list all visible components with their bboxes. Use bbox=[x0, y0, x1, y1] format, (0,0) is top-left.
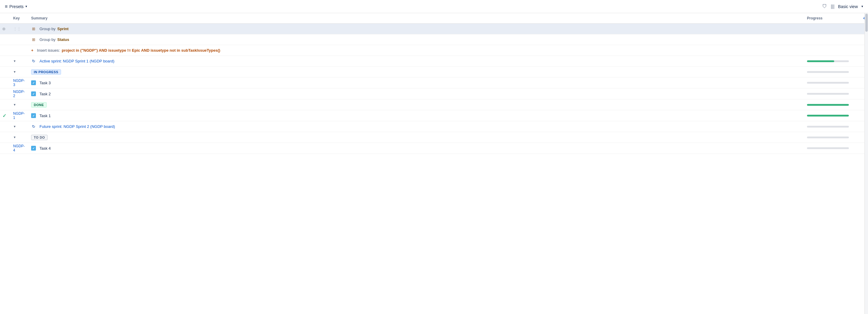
insert-issues-progress bbox=[807, 49, 861, 52]
task1-icon bbox=[31, 113, 36, 118]
task1-done-check-icon: ✓ bbox=[2, 113, 6, 118]
task4-progress bbox=[807, 146, 861, 150]
status-todo-progress-placeholder bbox=[807, 137, 849, 138]
group-by-sprint-progress bbox=[807, 28, 861, 30]
filter-icon[interactable]: ⛉ bbox=[822, 4, 827, 9]
sprint1-spacer1 bbox=[0, 60, 11, 63]
scrollbar[interactable] bbox=[864, 13, 868, 314]
sprint1-expand-icon[interactable]: ▼ bbox=[13, 60, 16, 63]
sprint1-progress bbox=[807, 59, 861, 63]
task1-row: ✓ NGDP-1 Task 1 bbox=[0, 110, 868, 121]
task2-key[interactable]: NGDP-2 bbox=[11, 89, 29, 99]
col-key: Key bbox=[11, 16, 29, 20]
task3-spacer1 bbox=[0, 81, 11, 84]
row-indicator bbox=[2, 28, 5, 31]
task3-key[interactable]: NGDP-3 bbox=[11, 77, 29, 88]
insert-spacer1 bbox=[0, 49, 11, 52]
presets-section[interactable]: ≡ Presets ▾ bbox=[5, 4, 27, 9]
drag-handle-icon[interactable]: ⋮⋮ bbox=[13, 27, 21, 31]
insert-text-plain: Insert issues: bbox=[37, 48, 60, 53]
basic-view-chevron-icon: ▾ bbox=[861, 4, 863, 8]
sprint2-expand-icon[interactable]: ▼ bbox=[13, 125, 16, 128]
sprint1-name[interactable]: Active sprint: NGDP Sprint 1 (NGDP board… bbox=[39, 59, 114, 63]
sprint1-expand-cell[interactable]: ▼ bbox=[11, 58, 29, 64]
presets-chevron-icon: ▾ bbox=[25, 4, 27, 8]
task2-summary: Task 2 bbox=[29, 90, 807, 97]
task4-summary: Task 4 bbox=[29, 145, 807, 152]
task4-key[interactable]: NGDP-4 bbox=[11, 143, 29, 153]
task1-check-cell: ✓ bbox=[0, 112, 11, 120]
sprint2-spacer1 bbox=[0, 126, 11, 128]
sprint2-name[interactable]: Future sprint: NGDP Sprint 2 (NGDP board… bbox=[39, 124, 115, 129]
task4-name[interactable]: Task 4 bbox=[39, 146, 51, 150]
col-summary: Summary bbox=[29, 16, 807, 20]
task1-summary: Task 1 bbox=[29, 112, 807, 119]
task3-icon bbox=[31, 80, 36, 85]
task3-progress-placeholder bbox=[807, 82, 849, 84]
task2-row: NGDP-2 Task 2 bbox=[0, 89, 868, 100]
task3-name[interactable]: Task 3 bbox=[39, 81, 51, 85]
sprint2-icon: ↻ bbox=[31, 124, 36, 129]
insert-issues-row[interactable]: + Insert issues: project in ("NGDP") AND… bbox=[0, 45, 868, 56]
sprint2-row: ▼ ↻ Future sprint: NGDP Sprint 2 (NGDP b… bbox=[0, 121, 868, 132]
group-by-sprint-label-bold: Sprint bbox=[57, 27, 68, 31]
basic-view-label: Basic view bbox=[838, 4, 858, 9]
drag-handle-cell[interactable]: ⋮⋮ bbox=[11, 25, 29, 32]
group-by-status-summary: ⊞ Group by Status bbox=[29, 36, 807, 43]
status-todo-summary: TO DO bbox=[29, 134, 807, 141]
task4-spacer1 bbox=[0, 147, 11, 149]
status-done-expand-cell[interactable]: ▼ bbox=[11, 102, 29, 108]
group-by-status-icon: ⊞ bbox=[31, 37, 36, 42]
sprint2-progress bbox=[807, 125, 861, 129]
group-by-sprint-row: ⋮⋮ ⊞ Group by Sprint bbox=[0, 24, 868, 34]
sprint2-summary: ↻ Future sprint: NGDP Sprint 2 (NGDP boa… bbox=[29, 123, 807, 130]
header-bar: ≡ Presets ▾ ⛉ ||| Basic view ▾ bbox=[0, 0, 868, 13]
status-in-progress-row: ▼ IN PROGRESS bbox=[0, 67, 868, 77]
presets-label: Presets bbox=[9, 4, 23, 9]
status-todo-expand-cell[interactable]: ▼ bbox=[11, 134, 29, 140]
status-done-spacer1 bbox=[0, 104, 11, 106]
status-done-expand-icon[interactable]: ▼ bbox=[13, 103, 16, 106]
sprint1-icon: ↻ bbox=[31, 59, 36, 64]
scrollbar-thumb[interactable] bbox=[865, 14, 868, 32]
sprint1-progress-track bbox=[807, 60, 849, 62]
sprint2-progress-placeholder bbox=[807, 126, 849, 128]
sprint1-progress-fill bbox=[807, 60, 834, 62]
group-by-sprint-summary: ⊞ Group by Sprint bbox=[29, 25, 807, 33]
header-right: ⛉ ||| Basic view ▾ bbox=[822, 4, 863, 9]
task3-progress bbox=[807, 81, 861, 85]
group-by-status-label-plain: Group by bbox=[39, 37, 55, 42]
status-in-progress-summary: IN PROGRESS bbox=[29, 68, 807, 76]
row-indicator-cell-2 bbox=[0, 39, 11, 41]
task1-progress bbox=[807, 113, 861, 118]
insert-spacer2 bbox=[11, 49, 29, 52]
insert-plus-icon: + bbox=[31, 48, 33, 53]
status-done-progress-fill bbox=[807, 104, 849, 106]
task1-key[interactable]: NGDP-1 bbox=[11, 110, 29, 121]
status-done-progress-track bbox=[807, 104, 849, 106]
todo-badge: TO DO bbox=[31, 135, 48, 140]
columns-icon[interactable]: ||| bbox=[831, 4, 834, 9]
task2-icon bbox=[31, 92, 36, 96]
group-by-sprint-label-plain: Group by bbox=[39, 27, 55, 31]
sprint1-summary: ↻ Active sprint: NGDP Sprint 1 (NGDP boa… bbox=[29, 58, 807, 65]
task2-name[interactable]: Task 2 bbox=[39, 92, 51, 96]
status-done-progress bbox=[807, 103, 861, 107]
status-todo-spacer1 bbox=[0, 136, 11, 139]
in-progress-badge: IN PROGRESS bbox=[31, 69, 61, 75]
group-by-status-label-bold: Status bbox=[57, 37, 69, 42]
insert-text-bold: project in ("NGDP") AND issuetype != Epi… bbox=[62, 48, 220, 53]
column-headers: Key Summary Progress + bbox=[0, 13, 868, 24]
group-by-sprint-icon: ⊞ bbox=[31, 27, 36, 31]
task1-name[interactable]: Task 1 bbox=[39, 113, 51, 118]
sprint2-expand-cell[interactable]: ▼ bbox=[11, 124, 29, 129]
col-progress: Progress bbox=[807, 16, 861, 20]
row-indicator-cell bbox=[0, 26, 11, 32]
status-ip-expand-cell[interactable]: ▼ bbox=[11, 69, 29, 75]
status-ip-expand-icon[interactable]: ▼ bbox=[13, 70, 16, 73]
task4-progress-placeholder bbox=[807, 147, 849, 149]
status-ip-progress-placeholder bbox=[807, 71, 849, 73]
status-todo-expand-icon[interactable]: ▼ bbox=[13, 136, 16, 139]
task2-progress-placeholder bbox=[807, 93, 849, 95]
task3-summary: Task 3 bbox=[29, 79, 807, 86]
